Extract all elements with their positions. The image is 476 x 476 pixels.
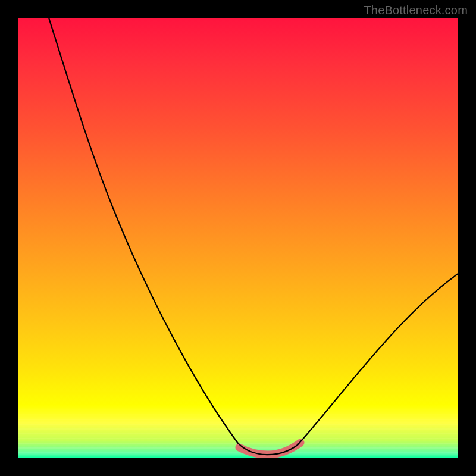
- plot-area: [18, 18, 458, 458]
- chart-gradient-background: [18, 18, 458, 458]
- watermark-text: TheBottleneck.com: [364, 4, 468, 17]
